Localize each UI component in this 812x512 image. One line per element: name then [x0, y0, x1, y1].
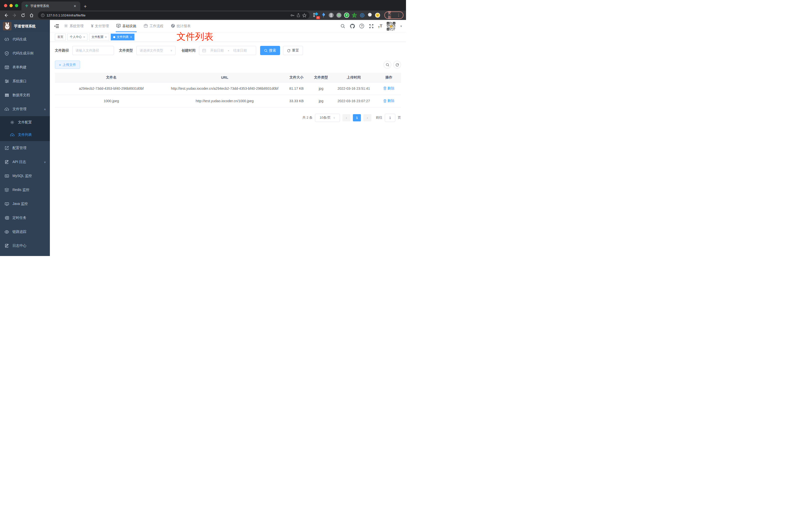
kite-extension-icon[interactable]	[321, 12, 326, 18]
menu-item-infra[interactable]: 基础设施	[116, 20, 136, 32]
yudao-extension-icon[interactable]: Y	[344, 12, 349, 18]
refresh-icon	[396, 63, 399, 66]
tag-label: 个人中心	[70, 35, 82, 39]
browser-menu-icon[interactable]: ⋮	[397, 13, 401, 18]
font-size-icon[interactable]: TT	[378, 24, 382, 29]
sidebar-item-java-monitor[interactable]: Java 监控	[0, 197, 50, 211]
grey-circle-extension-icon[interactable]	[336, 12, 342, 18]
sidebar-item-label: 配置管理	[12, 146, 26, 150]
delete-label: 删除	[387, 86, 394, 91]
show-search-button[interactable]	[383, 61, 391, 68]
date-end-input[interactable]	[231, 49, 249, 52]
close-icon[interactable]: ×	[130, 35, 132, 39]
sidebar-item-file-manage[interactable]: 文件管理 ∧	[0, 102, 50, 116]
tag-profile[interactable]: 个人中心 ×	[67, 34, 88, 40]
refresh-table-button[interactable]	[393, 61, 401, 68]
sidebar-item-api-log[interactable]: API 日志 ∨	[0, 155, 50, 169]
search-icon[interactable]	[340, 24, 346, 29]
bookmark-star-icon[interactable]	[302, 13, 307, 18]
caret-down-icon[interactable]: ▼	[400, 25, 403, 28]
page-size-select[interactable]: 10条/页 ∨	[315, 114, 340, 122]
address-bar[interactable]: 127.0.0.1:1024/infra/file/file	[38, 11, 310, 19]
avatar-qr[interactable]	[386, 22, 396, 31]
sidebar-item-system-api[interactable]: 系统接口	[0, 74, 50, 88]
upload-button[interactable]: + 上传文件	[55, 61, 80, 69]
site-info-icon[interactable]	[41, 13, 45, 17]
sidebar-item-config-manage[interactable]: 配置管理	[0, 141, 50, 155]
sidebar-item-scheduled-jobs[interactable]: 定时任务	[0, 211, 50, 225]
delete-button[interactable]: 删除	[383, 98, 394, 104]
close-icon[interactable]: ×	[105, 35, 107, 39]
back-icon[interactable]	[2, 11, 10, 19]
menu-item-label: 基础设施	[122, 24, 136, 28]
menu-item-workflow[interactable]: 工作流程	[144, 20, 163, 32]
menu-item-label: 系统管理	[69, 24, 84, 28]
sidebar-item-log-center[interactable]: 日志中心	[0, 239, 50, 253]
url-text[interactable]: 127.0.0.1:1024/infra/file/file	[47, 13, 288, 17]
cloud-download-icon	[4, 108, 9, 111]
sidebar-item-code-gen[interactable]: 代码生成	[0, 32, 50, 47]
goto-page-input[interactable]	[385, 114, 395, 122]
sidebar-item-mysql-monitor[interactable]: MySQL 监控	[0, 169, 50, 183]
browser-tab[interactable]: 芋道管理系统 ✕	[22, 1, 80, 10]
page-number-button[interactable]: 1	[353, 114, 361, 121]
cell-url: http://test.yudao.iocoder.cn/a294ecb2-73…	[168, 82, 282, 95]
password-key-icon[interactable]	[290, 13, 294, 18]
clover-extension-icon[interactable]	[328, 12, 334, 18]
reset-button[interactable]: 重置	[283, 46, 303, 55]
new-tab-button[interactable]: +	[84, 4, 87, 9]
sidebar-item-code-gen-example[interactable]: 代码生成示例	[0, 47, 50, 60]
collapse-sidebar-icon[interactable]	[53, 23, 60, 29]
date-range-picker[interactable]: -	[199, 46, 256, 55]
help-icon[interactable]: ?	[359, 24, 365, 29]
delete-button[interactable]: 删除	[383, 86, 394, 91]
search-button[interactable]: 搜索	[260, 46, 280, 55]
file-path-input[interactable]	[76, 49, 111, 52]
zoom-window-button[interactable]	[15, 4, 18, 7]
upload-button-label: 上传文件	[63, 63, 76, 67]
menu-item-report[interactable]: 统计报表	[171, 20, 191, 32]
home-icon[interactable]	[28, 11, 35, 19]
sidebar-item-redis-monitor[interactable]: Redis 监控	[0, 183, 50, 197]
tampermonkey-extension-icon[interactable]: 11	[313, 12, 318, 18]
close-icon[interactable]: ×	[83, 35, 85, 39]
briefcase-icon	[144, 24, 148, 28]
github-icon[interactable]	[350, 24, 355, 29]
tag-file-config[interactable]: 文件配置 ×	[89, 34, 109, 40]
date-start-input[interactable]	[208, 49, 226, 52]
prev-page-button[interactable]: ‹	[342, 114, 350, 121]
sidebar-item-tracing[interactable]: 链路追踪	[0, 225, 50, 239]
minimize-window-button[interactable]	[9, 4, 13, 7]
sidebar-item-file-list[interactable]: 文件列表	[0, 129, 50, 141]
star-extension-icon[interactable]	[352, 12, 357, 18]
puzzle-extensions-icon[interactable]	[367, 12, 373, 18]
sidebar-item-db-doc[interactable]: 数据库文档	[0, 88, 50, 102]
tag-home[interactable]: 首页	[55, 34, 66, 40]
share-icon[interactable]	[296, 13, 300, 17]
update-button[interactable]: 更新 ⋮	[384, 11, 404, 19]
file-type-select[interactable]: 请选择文件类型 ∨	[137, 46, 176, 55]
table-header-row: 文件名 URL 文件大小 文件类型 上传时间 操作	[55, 73, 401, 82]
tag-label: 文件列表	[117, 35, 129, 39]
table-tools	[383, 61, 401, 68]
emoji-profile-icon[interactable]	[375, 12, 380, 18]
tab-close-icon[interactable]: ✕	[72, 4, 78, 8]
forward-icon[interactable]	[11, 11, 19, 19]
sidebar-item-file-config[interactable]: 文件配置	[0, 116, 50, 129]
menu-item-label: 工作流程	[149, 24, 163, 28]
eye-extension-icon[interactable]	[359, 12, 365, 18]
close-window-button[interactable]	[4, 4, 7, 7]
shield-check-icon	[4, 51, 9, 56]
sidebar-item-form-builder[interactable]: 表单构建	[0, 60, 50, 74]
col-time: 上传时间	[331, 73, 377, 82]
menu-item-system[interactable]: 系统管理	[64, 20, 84, 32]
sidebar-item-label: MySQL 监控	[12, 174, 32, 178]
menu-item-payment[interactable]: ¥ 支付管理	[91, 20, 109, 32]
tag-file-list[interactable]: 文件列表 ×	[111, 34, 135, 40]
next-page-button[interactable]: ›	[364, 114, 371, 121]
table-row: 1000.jpeg http://test.yudao.iocoder.cn/1…	[55, 95, 401, 108]
reload-icon[interactable]	[20, 11, 27, 19]
app-logo[interactable]: 芋道管理系统	[0, 20, 50, 32]
fullscreen-icon[interactable]	[369, 24, 374, 29]
file-table: 文件名 URL 文件大小 文件类型 上传时间 操作 a294ecb2-73dd-…	[55, 73, 401, 108]
